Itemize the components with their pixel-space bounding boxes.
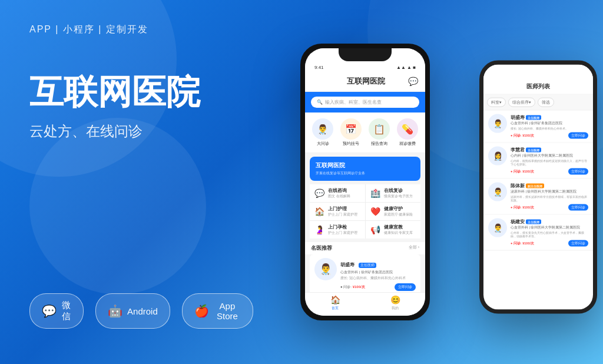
back-price-3: ● 问诊: ¥100/次 bbox=[511, 205, 534, 209]
back-d-desc-4: 心外科，擅长复杂先天性心脏病手术，大血管手术，瓣膜病，动脉瘤手术等。 bbox=[511, 230, 588, 238]
wechat-icon: 💬 bbox=[42, 304, 57, 318]
nav-icon-payment[interactable]: 💊 就诊缴费 bbox=[397, 118, 418, 147]
android-label: Android bbox=[127, 306, 158, 316]
health-guard-icon: ❤️ bbox=[370, 207, 380, 216]
home-nursing-icon: 🏠 bbox=[314, 207, 324, 216]
service-online-consult[interactable]: 💬 在线咨询 图文 在线解释 bbox=[310, 184, 365, 202]
bottom-nav: 🏠 首页 😊 我的 bbox=[305, 292, 425, 316]
filter-department[interactable]: 科室▾ bbox=[487, 98, 506, 107]
message-icon[interactable]: 💬 bbox=[408, 77, 418, 86]
front-screen: 9:41 ▲▲ ▲ ■ 互联网医院 💬 🔍 输入疾病、科室、医生名查 bbox=[305, 48, 425, 316]
back-d-name-1: 胡盛寿主任医师 bbox=[511, 114, 588, 121]
nav-home[interactable]: 🏠 首页 bbox=[305, 295, 365, 311]
report-label: 报告查询 bbox=[371, 141, 387, 147]
service-grid: 💬 在线咨询 图文 在线解释 🏥 在线复诊 慢病复诊 电子医方 bbox=[310, 184, 420, 239]
mine-nav-label: 我的 bbox=[392, 306, 399, 311]
apple-icon: 🍎 bbox=[194, 304, 209, 318]
online-revisit-icon: 🏥 bbox=[370, 188, 380, 198]
online-consult-text: 在线咨询 图文 在线解释 bbox=[328, 188, 350, 198]
nav-icon-report[interactable]: 📋 报告查询 bbox=[369, 118, 390, 147]
consult-button[interactable]: 立即问诊 bbox=[395, 283, 416, 291]
back-d-hospital-3: 泌尿外科 | 徐州医科大学附属第二附属医院 bbox=[511, 189, 588, 193]
back-price-1: ● 问诊: ¥100/次 bbox=[511, 133, 534, 137]
search-bar[interactable]: 🔍 输入疾病、科室、医生名查 bbox=[311, 97, 419, 108]
back-avatar-4: 👨‍⚕️ bbox=[488, 218, 507, 237]
wechat-button[interactable]: 💬 微信 bbox=[29, 293, 84, 329]
doctor-avatar: 👨‍⚕️ bbox=[314, 258, 337, 280]
online-revisit-text: 在线复诊 慢病复诊 电子医方 bbox=[384, 188, 413, 198]
phone-front: 9:41 ▲▲ ▲ ■ 互联网医院 💬 🔍 输入疾病、科室、医生名查 bbox=[300, 44, 430, 320]
back-d-bottom-2: ● 问诊: ¥100/次 立即问诊 bbox=[511, 168, 588, 174]
back-d-tag-3: 副主任医师 bbox=[526, 183, 544, 188]
nav-mine[interactable]: 😊 我的 bbox=[365, 295, 425, 311]
section-title: 名医推荐 bbox=[311, 244, 332, 252]
back-d-name-4: 杨建安主任医师 bbox=[511, 218, 588, 224]
page-wrapper: APP | 小程序 | 定制开发 互联网医院 云处方、在线问诊 💬 微信 🤖 A… bbox=[0, 0, 603, 364]
phone-notch bbox=[339, 48, 392, 61]
back-doctor-item-3: 👨‍⚕️ 陈体新副主任医师 泌尿外科 | 徐州医科大学附属第二附属医院 泌尿外科… bbox=[483, 178, 593, 214]
service-health-edu[interactable]: 📢 健康宣教 健康知识 专家文库 bbox=[366, 221, 421, 239]
doctor-card: 👨‍⚕️ 胡盛寿 主任医师 心血管外科 | 徐州矿务集团总医院 擅长: 冠心病外… bbox=[310, 254, 420, 294]
health-edu-text: 健康宣教 健康知识 专家文库 bbox=[384, 224, 413, 235]
home-nav-label: 首页 bbox=[332, 306, 339, 311]
online-consult-icon: 💬 bbox=[314, 188, 324, 198]
download-buttons: 💬 微信 🤖 Android 🍎 App Store bbox=[29, 293, 253, 340]
banner-title: 互联网医院 bbox=[316, 161, 415, 170]
nav-icon-appointment[interactable]: 📅 预约挂号 bbox=[340, 118, 362, 147]
service-online-revisit[interactable]: 🏥 在线复诊 慢病复诊 电子医方 bbox=[366, 184, 421, 202]
health-edu-icon: 📢 bbox=[370, 225, 380, 234]
service-home-prenatal[interactable]: 🤰 上门孕检 护士上门 家庭护理 bbox=[310, 221, 365, 239]
section-more[interactable]: 全部 › bbox=[409, 244, 419, 252]
mine-nav-icon: 😊 bbox=[390, 295, 400, 305]
back-d-tag-1: 主任医师 bbox=[526, 115, 541, 120]
doctor-info: 胡盛寿 主任医师 心血管外科 | 徐州矿务集团总医院 擅长: 冠心病外科、瓣膜外… bbox=[340, 258, 416, 291]
filter-sort[interactable]: 综合排序▾ bbox=[508, 98, 535, 107]
report-circle: 📋 bbox=[369, 118, 390, 140]
back-doctor-info-3: 陈体新副主任医师 泌尿外科 | 徐州医科大学附属第二附属医院 泌尿外科，擅长泌尿… bbox=[511, 182, 588, 210]
android-icon: 🤖 bbox=[108, 304, 122, 318]
back-filter-row: 科室▾ 综合排序▾ 筛选 bbox=[483, 95, 593, 111]
back-screen: 医师列表 科室▾ 综合排序▾ 筛选 👨‍⚕️ 胡盛寿主任医师 心血管外科 | 徐… bbox=[483, 65, 593, 310]
back-d-bottom-1: ● 问诊: ¥100/次 立即问诊 bbox=[511, 132, 588, 138]
back-d-desc-1: 擅长: 冠心病外科、瓣膜外科和先心外科术。 bbox=[511, 127, 588, 131]
service-home-nursing[interactable]: 🏠 上门护理 护士上门 家庭护理 bbox=[310, 203, 365, 220]
consultation-circle: 👨‍⚕️ bbox=[312, 118, 333, 140]
doctor-name: 胡盛寿 bbox=[340, 262, 354, 267]
appstore-button[interactable]: 🍎 App Store bbox=[182, 293, 253, 329]
nav-icon-consultation[interactable]: 👨‍⚕️ 大问诊 bbox=[312, 118, 333, 147]
service-health-guard[interactable]: ❤️ 健康守护 家庭医疗 健康保险 bbox=[366, 203, 421, 220]
status-icons: ▲▲ ▲ ■ bbox=[396, 65, 416, 70]
doctor-tag: 主任医师 bbox=[359, 263, 376, 268]
doctor-name-row: 胡盛寿 主任医师 bbox=[340, 258, 416, 269]
back-avatar-2: 👩‍⚕️ bbox=[488, 146, 507, 165]
appointment-circle: 📅 bbox=[340, 118, 362, 140]
back-avatar-1: 👨‍⚕️ bbox=[488, 114, 507, 133]
filter-select[interactable]: 筛选 bbox=[538, 98, 554, 107]
search-placeholder: 输入疾病、科室、医生名查 bbox=[325, 99, 382, 105]
back-doctor-item-1: 👨‍⚕️ 胡盛寿主任医师 心血管外科 | 徐州矿务集团总医院 擅长: 冠心病外科… bbox=[483, 111, 593, 143]
wechat-label: 微信 bbox=[61, 300, 71, 322]
consultation-label: 大问诊 bbox=[317, 141, 329, 147]
back-d-name-3: 陈体新副主任医师 bbox=[511, 182, 588, 188]
status-time: 9:41 bbox=[314, 65, 324, 70]
search-icon: 🔍 bbox=[317, 100, 323, 105]
app-banner: 互联网医院 开展在线复诊等互联网诊疗业务 bbox=[310, 157, 420, 181]
back-d-bottom-4: ● 问诊: ¥100/次 立即问诊 bbox=[511, 240, 588, 246]
back-d-bottom-3: ● 问诊: ¥100/次 立即问诊 bbox=[511, 204, 588, 210]
back-consult-btn-4[interactable]: 立即问诊 bbox=[568, 240, 588, 246]
health-guard-text: 健康守护 家庭医疗 健康保险 bbox=[384, 206, 413, 217]
back-consult-btn-1[interactable]: 立即问诊 bbox=[568, 132, 588, 138]
payment-label: 就诊缴费 bbox=[399, 141, 416, 147]
section-header: 名医推荐 全部 › bbox=[305, 242, 425, 254]
app-header: 互联网医院 💬 bbox=[305, 72, 425, 92]
back-doctor-item-2: 👩‍⚕️ 李慧君主任医师 心内科 | 徐州医科大学附属第二附属医院 心内科，能熟… bbox=[483, 143, 593, 178]
doctor-hospital: 心血管外科 | 徐州矿务集团总医院 bbox=[340, 270, 416, 275]
home-prenatal-text: 上门孕检 护士上门 家庭护理 bbox=[328, 224, 357, 235]
back-doctor-info-4: 杨建安主任医师 心血管外科 | 徐州医科大学附属第二附属医院 心外科，擅长复杂先… bbox=[511, 218, 588, 246]
android-button[interactable]: 🤖 Android bbox=[95, 293, 170, 329]
back-doctor-info-2: 李慧君主任医师 心内科 | 徐州医科大学附属第二附属医院 心内科，能熟练掌握的技… bbox=[511, 146, 588, 174]
back-consult-btn-2[interactable]: 立即问诊 bbox=[568, 168, 588, 174]
icon-grid: 👨‍⚕️ 大问诊 📅 预约挂号 📋 报告查询 💊 就诊缴费 bbox=[305, 112, 425, 153]
back-consult-btn-3[interactable]: 立即问诊 bbox=[568, 204, 588, 210]
doctor-desc: 擅长: 冠心病外科、瓣膜外科和先心外科术 bbox=[340, 276, 416, 281]
